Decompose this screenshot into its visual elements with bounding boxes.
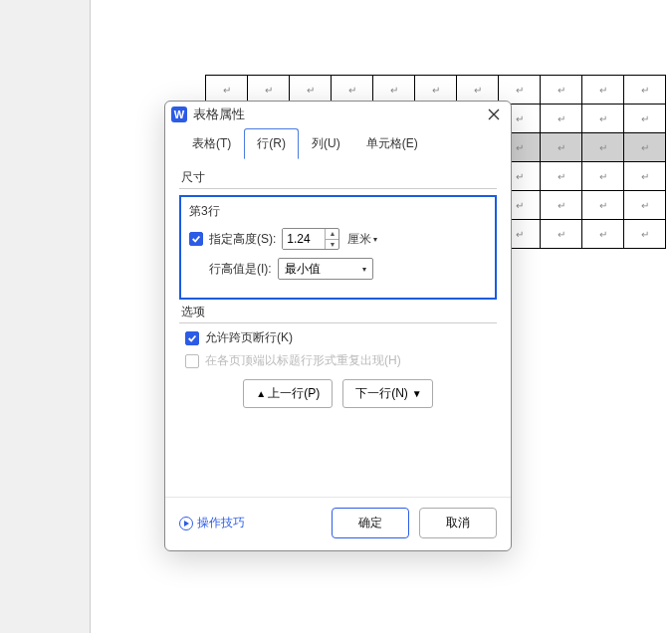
height-is-value: 最小值 xyxy=(285,261,321,278)
height-spinner[interactable]: ▲ ▼ xyxy=(282,228,339,250)
next-row-label: 下一行(N) xyxy=(355,385,408,402)
cancel-button[interactable]: 取消 xyxy=(419,508,497,538)
ok-button[interactable]: 确定 xyxy=(332,508,409,538)
height-is-row: 行高值是(I): 最小值 ▾ xyxy=(189,258,487,280)
play-icon xyxy=(179,517,193,530)
repeat-header-label: 在各页顶端以标题行形式重复出现(H) xyxy=(205,352,401,369)
specify-height-row: 指定高度(S): ▲ ▼ 厘米▾ xyxy=(189,228,487,250)
height-unit-dropdown[interactable]: 厘米▾ xyxy=(345,231,379,248)
tips-link[interactable]: 操作技巧 xyxy=(179,515,245,531)
tab-table[interactable]: 表格(T) xyxy=(179,128,244,159)
check-icon xyxy=(187,333,197,343)
specify-height-label: 指定高度(S): xyxy=(209,231,276,248)
dialog-footer: 操作技巧 确定 取消 xyxy=(165,497,511,550)
repeat-header-checkbox xyxy=(185,354,199,368)
close-button[interactable] xyxy=(485,106,503,123)
height-input[interactable] xyxy=(283,229,325,249)
table-properties-dialog: W 表格属性 表格(T) 行(R) 列(U) 单元格(E) 尺寸 第3行 指定高… xyxy=(164,101,512,551)
tab-row[interactable]: 行(R) xyxy=(244,128,299,159)
check-icon xyxy=(191,234,201,244)
height-is-select[interactable]: 最小值 ▾ xyxy=(278,258,373,280)
titlebar: W 表格属性 xyxy=(165,102,511,127)
row-number-label: 第3行 xyxy=(189,203,487,220)
caret-down-icon: ▾ xyxy=(362,265,366,274)
height-spin-down[interactable]: ▼ xyxy=(326,240,338,250)
options-rule xyxy=(179,322,497,323)
allow-break-checkbox[interactable] xyxy=(185,331,199,345)
height-spin-up[interactable]: ▲ xyxy=(326,229,338,240)
tips-label: 操作技巧 xyxy=(197,515,245,531)
allow-break-label: 允许跨页断行(K) xyxy=(205,329,293,346)
repeat-header-row: 在各页顶端以标题行形式重复出现(H) xyxy=(185,352,497,369)
app-icon: W xyxy=(171,106,187,122)
tab-column[interactable]: 列(U) xyxy=(299,128,353,159)
size-section-label: 尺寸 xyxy=(181,169,497,186)
tab-content: 尺寸 第3行 指定高度(S): ▲ ▼ 厘米▾ xyxy=(165,159,511,497)
height-spin-buttons: ▲ ▼ xyxy=(325,229,338,249)
size-rule xyxy=(179,188,497,189)
next-row-button[interactable]: 下一行(N) ▼ xyxy=(342,379,433,408)
options-block: 允许跨页断行(K) 在各页顶端以标题行形式重复出现(H) xyxy=(185,329,497,369)
down-arrow-icon: ▼ xyxy=(412,388,420,399)
specify-height-checkbox[interactable] xyxy=(189,232,203,246)
prev-row-label: 上一行(P) xyxy=(268,385,320,402)
up-arrow-icon: ▲ xyxy=(256,388,264,399)
caret-down-icon: ▾ xyxy=(373,235,377,244)
row-nav: ▲ 上一行(P) 下一行(N) ▼ xyxy=(179,379,497,408)
row-size-highlight: 第3行 指定高度(S): ▲ ▼ 厘米▾ 行高值是(I): xyxy=(179,195,497,300)
dialog-title: 表格属性 xyxy=(193,106,479,123)
prev-row-button[interactable]: ▲ 上一行(P) xyxy=(243,379,333,408)
height-unit-label: 厘米 xyxy=(347,231,371,248)
close-icon xyxy=(488,108,500,120)
options-section-label: 选项 xyxy=(181,304,497,320)
allow-break-row: 允许跨页断行(K) xyxy=(185,329,497,346)
height-is-label: 行高值是(I): xyxy=(209,261,272,278)
tabs: 表格(T) 行(R) 列(U) 单元格(E) xyxy=(165,127,511,159)
tab-cell[interactable]: 单元格(E) xyxy=(353,128,431,159)
